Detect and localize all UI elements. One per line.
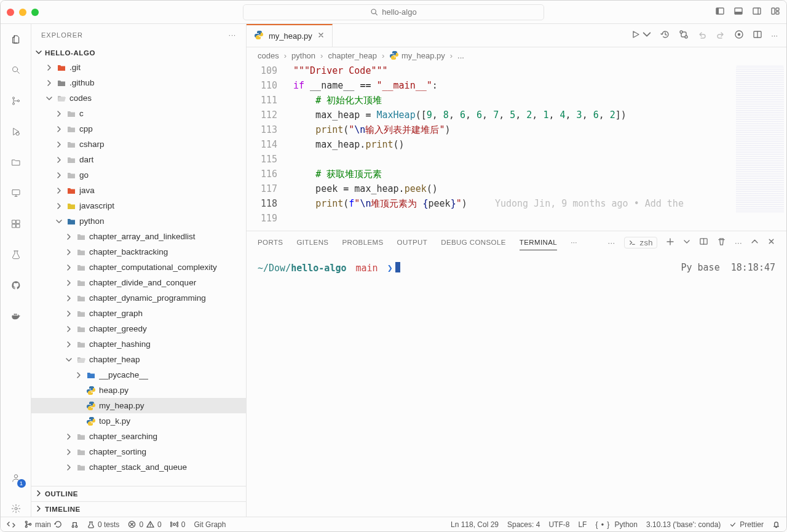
panel-tab-ports[interactable]: PORTS	[258, 239, 283, 246]
folder-codes[interactable]: codes	[31, 90, 246, 106]
command-center[interactable]: hello-algo	[243, 4, 544, 20]
explorer-more-icon[interactable]: ···	[229, 31, 236, 39]
kill-terminal-icon[interactable]	[717, 237, 726, 248]
folder-chapter-divide-and-conquer[interactable]: chapter_divide_and_conquer	[31, 275, 246, 290]
timeline-section[interactable]: TIMELINE	[31, 501, 246, 517]
encoding-status[interactable]: UTF-8	[548, 520, 569, 529]
folder--github[interactable]: .github	[31, 75, 246, 90]
indentation-status[interactable]: Spaces: 4	[507, 520, 540, 529]
settings-gear-icon[interactable]	[8, 501, 24, 517]
folder-chapter-stack-and-queue[interactable]: chapter_stack_and_queue	[31, 459, 246, 475]
breadcrumb[interactable]: codes›python›chapter_heap› my_heap.py›..…	[247, 47, 786, 63]
layout-sidebar-left-icon[interactable]	[715, 6, 725, 18]
folder-javascript[interactable]: javascript	[31, 198, 246, 213]
folder-java[interactable]: java	[31, 183, 246, 198]
git-branch-status[interactable]: main	[24, 520, 62, 529]
minimize-window-button[interactable]	[19, 9, 26, 16]
panel-tab-terminal[interactable]: TERMINAL	[520, 239, 557, 250]
run-dropdown-icon[interactable]	[642, 30, 652, 41]
file-top-k-py[interactable]: top_k.py	[31, 413, 246, 429]
panel-tab-problems[interactable]: PROBLEMS	[342, 239, 383, 246]
file-heap-py[interactable]: heap.py	[31, 383, 246, 398]
layout-sidebar-right-icon[interactable]	[752, 6, 762, 18]
outline-section[interactable]: OUTLINE	[31, 486, 246, 501]
docker-icon[interactable]	[8, 308, 24, 324]
folder-chapter-heap[interactable]: chapter_heap	[31, 352, 246, 367]
folder-chapter-array-and-linkedlist[interactable]: chapter_array_and_linkedlist	[31, 229, 246, 244]
undo-icon[interactable]	[697, 30, 707, 41]
close-window-button[interactable]	[7, 9, 14, 16]
explorer-root[interactable]: HELLO-ALGO	[31, 46, 246, 60]
remote-explorer-icon[interactable]	[8, 185, 24, 201]
folder-icon[interactable]	[8, 154, 24, 170]
go-to-icon[interactable]	[734, 30, 744, 41]
code-editor[interactable]: 109110111112113114115116117118119 """Dri…	[247, 63, 786, 231]
folder-chapter-hashing[interactable]: chapter_hashing	[31, 336, 246, 352]
breadcrumb-segment[interactable]: chapter_heap	[328, 51, 377, 60]
code-content[interactable]: """Driver Code"""if __name__ == "__main_…	[286, 63, 786, 226]
folder-chapter-sorting[interactable]: chapter_sorting	[31, 444, 246, 459]
git-compare-icon[interactable]	[679, 30, 689, 41]
ports-status[interactable]: 0	[170, 520, 186, 529]
maximize-panel-icon[interactable]	[751, 237, 759, 247]
folder-python[interactable]: python	[31, 213, 246, 229]
github-icon[interactable]	[8, 277, 24, 293]
folder-chapter-computational-complexity[interactable]: chapter_computational_complexity	[31, 260, 246, 275]
split-terminal-icon[interactable]	[699, 237, 708, 248]
folder-c[interactable]: c	[31, 106, 246, 121]
accounts-icon[interactable]: 1	[8, 470, 24, 486]
folder--git[interactable]: .git	[31, 60, 246, 75]
panel-tab-debug-console[interactable]: DEBUG CONSOLE	[441, 239, 506, 246]
terminal-shell-selector[interactable]: zsh	[624, 237, 657, 248]
file-my-heap-py[interactable]: my_heap.py	[31, 398, 246, 413]
layout-panel-icon[interactable]	[734, 6, 743, 18]
extensions-icon[interactable]	[8, 216, 24, 232]
cursor-position[interactable]: Ln 118, Col 29	[451, 520, 499, 529]
history-icon[interactable]	[660, 30, 670, 41]
prettier-status[interactable]: Prettier	[729, 520, 764, 529]
tests-status[interactable]: 0 tests	[87, 520, 119, 529]
folder-csharp[interactable]: csharp	[31, 137, 246, 152]
panel-tab-gitlens[interactable]: GITLENS	[296, 239, 328, 246]
source-control-icon[interactable]	[8, 93, 24, 109]
git-graph-status[interactable]: Git Graph	[194, 520, 226, 529]
folder-dart[interactable]: dart	[31, 152, 246, 167]
testing-icon[interactable]	[8, 247, 24, 263]
breadcrumb-segment[interactable]: codes	[258, 51, 279, 60]
layout-customize-icon[interactable]	[770, 6, 780, 18]
folder-chapter-searching[interactable]: chapter_searching	[31, 429, 246, 444]
panel-more-icon[interactable]: ···	[607, 238, 615, 247]
panel-more2-icon[interactable]: ···	[735, 238, 742, 247]
panel-tab-output[interactable]: OUTPUT	[397, 239, 428, 246]
folder-chapter-graph[interactable]: chapter_graph	[31, 306, 246, 321]
sync-status[interactable]	[71, 520, 79, 528]
folder-go[interactable]: go	[31, 167, 246, 183]
run-icon[interactable]	[631, 30, 641, 41]
close-panel-icon[interactable]	[767, 237, 775, 247]
remote-indicator[interactable]	[7, 520, 15, 529]
redo-icon[interactable]	[716, 30, 726, 41]
run-debug-icon[interactable]	[8, 124, 24, 140]
breadcrumb-segment[interactable]: ...	[457, 51, 464, 60]
maximize-window-button[interactable]	[31, 9, 39, 16]
breadcrumb-segment[interactable]: my_heap.py	[389, 50, 445, 60]
folder-cpp[interactable]: cpp	[31, 121, 246, 137]
new-terminal-icon[interactable]	[666, 237, 674, 248]
folder-chapter-backtracking[interactable]: chapter_backtracking	[31, 244, 246, 260]
terminal-split-dropdown-icon[interactable]	[683, 238, 690, 247]
eol-status[interactable]: LF	[578, 520, 587, 529]
folder-chapter-greedy[interactable]: chapter_greedy	[31, 321, 246, 336]
panel-tabs-overflow-icon[interactable]: ···	[571, 239, 577, 246]
language-status[interactable]: {●} Python	[595, 520, 638, 529]
split-editor-icon[interactable]	[753, 30, 762, 41]
folder--pycache-[interactable]: __pycache__	[31, 367, 246, 383]
breadcrumb-segment[interactable]: python	[291, 51, 315, 60]
explorer-icon[interactable]	[8, 31, 24, 47]
tab-my-heap[interactable]: my_heap.py	[247, 24, 333, 47]
editor-more-icon[interactable]: ···	[771, 31, 778, 40]
terminal[interactable]: ~/Dow/hello-algo main ❯ Py base 18:18:47	[247, 253, 786, 517]
folder-chapter-dynamic-programming[interactable]: chapter_dynamic_programming	[31, 290, 246, 306]
problems-status[interactable]: 0 0	[128, 520, 161, 529]
search-icon[interactable]	[8, 62, 24, 78]
python-env-status[interactable]: 3.10.13 ('base': conda)	[646, 520, 721, 529]
